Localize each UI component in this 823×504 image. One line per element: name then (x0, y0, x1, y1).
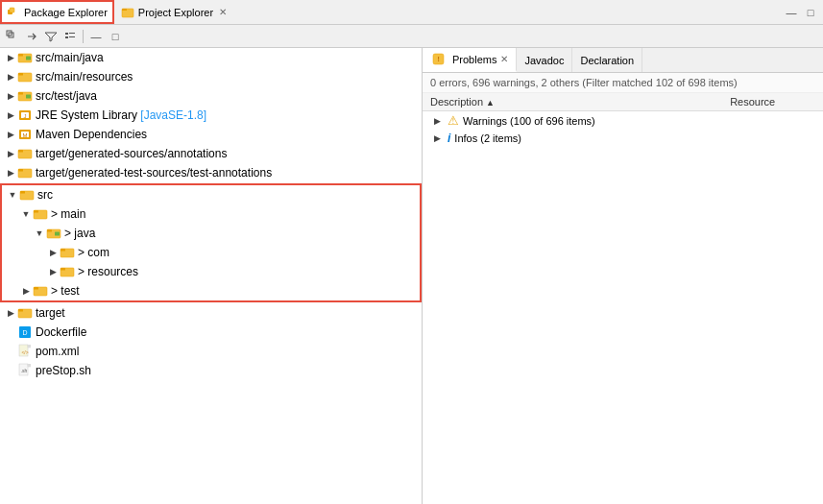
label-dockerfile: Dockerfile (36, 325, 86, 339)
tree-item-maven-dependencies[interactable]: ▶ M Maven Dependencies (0, 125, 422, 144)
tree-item-target[interactable]: ▶ target (0, 303, 422, 323)
tab-javadoc[interactable]: Javadoc (517, 48, 572, 72)
label-target: target (36, 306, 65, 320)
label-jre-system-library: JRE System Library [JavaSE-1.8] (36, 108, 206, 122)
svg-text:M: M (23, 132, 28, 138)
view-menu-btn[interactable] (61, 28, 79, 45)
tab-package-explorer-label: Package Explorer (24, 7, 108, 18)
info-icon: i (448, 132, 450, 145)
minimize-btn[interactable]: — (783, 4, 800, 21)
svg-rect-16 (18, 92, 23, 95)
svg-rect-29 (20, 191, 25, 194)
warnings-label: Warnings (100 of 696 items) (463, 115, 595, 127)
problems-icon: ! (430, 52, 446, 67)
tree-item-target-gen-test-src[interactable]: ▶ target/generated-test-sources/test-ann… (0, 163, 422, 182)
maximize2-btn[interactable]: □ (107, 28, 124, 45)
tree-item-src-main-resources2[interactable]: ▶ > resources (2, 262, 420, 281)
tree-item-src-main-resources[interactable]: ▶ src/main/resources (0, 67, 422, 86)
tree-item-dockerfile[interactable]: ▶ D Dockerfile (0, 323, 422, 342)
col-description[interactable]: Description ▲ (423, 93, 722, 111)
expand-jre-system-library[interactable]: ▶ (4, 108, 17, 122)
icon-src-test (33, 283, 48, 299)
toolbar: — □ (0, 25, 823, 48)
maximize-btn[interactable]: □ (802, 4, 819, 21)
icon-src-main-resources (17, 69, 33, 84)
tab-declaration[interactable]: Declaration (572, 48, 642, 72)
tree-item-src-test-java[interactable]: ▶ src/test/java (0, 86, 422, 106)
filter-btn[interactable] (42, 28, 60, 45)
expand-src-main[interactable]: ▼ (19, 207, 33, 221)
expand-src-main-resources2[interactable]: ▶ (46, 265, 60, 278)
tree-item-target-gen-src[interactable]: ▶ target/generated-sources/annotations (0, 144, 422, 163)
label-src-root: src (37, 188, 53, 202)
expand-target[interactable]: ▶ (4, 306, 17, 320)
infos-expand-arrow[interactable]: ▶ (430, 132, 444, 145)
tab-problems-close[interactable]: ✕ (500, 54, 508, 64)
tab-problems[interactable]: ! Problems ✕ (423, 48, 517, 72)
warnings-expand[interactable]: ▶ ⚠ Warnings (100 of 696 items) (430, 113, 714, 128)
package-explorer-panel: ▶ src/main/java ▶ src/main/resources ▶ s… (0, 48, 423, 504)
tab-project-explorer[interactable]: Project Explorer ✕ (114, 0, 235, 24)
tree-item-src-main-java2[interactable]: ▼ > java (2, 224, 420, 243)
icon-src-main-java (17, 50, 33, 65)
main-area: ▶ src/main/java ▶ src/main/resources ▶ s… (0, 48, 823, 504)
label-src-main: > main (51, 207, 85, 221)
icon-target-gen-test-src (17, 165, 33, 180)
expand-src-main-java[interactable]: ▶ (4, 51, 17, 64)
svg-rect-9 (69, 36, 75, 37)
label-src-test-java: src/test/java (36, 89, 97, 103)
svg-rect-11 (18, 54, 23, 57)
minimize2-btn[interactable]: — (87, 28, 105, 45)
expand-src-root[interactable]: ▼ (6, 188, 19, 202)
label-src-main-java2: > java (64, 227, 95, 240)
tree-item-src-root[interactable]: ▼ src (2, 185, 420, 204)
expand-src-main-resources[interactable]: ▶ (4, 70, 17, 84)
svg-text:</>: </> (21, 349, 28, 355)
tree-item-prestop-sh[interactable]: ▶ .sh preStop.sh (0, 361, 422, 380)
tree-item-pom-xml[interactable]: ▶ </> pom.xml (0, 342, 422, 361)
warnings-expand-arrow[interactable]: ▶ (430, 114, 444, 128)
tab-package-explorer[interactable]: Package Explorer (0, 0, 114, 24)
svg-rect-47 (28, 345, 31, 348)
label-src-main-java: src/main/java (36, 51, 104, 64)
infos-expand[interactable]: ▶ i Infos (2 items) (430, 132, 714, 145)
label-pom-xml: pom.xml (36, 345, 79, 358)
right-panel: ! Problems ✕ Javadoc Declaration 0 error… (423, 48, 823, 504)
label-src-main-resources2: > resources (78, 265, 138, 278)
infos-label: Infos (2 items) (454, 132, 521, 144)
svg-text:.sh: .sh (21, 368, 28, 373)
icon-prestop-sh: .sh (17, 363, 33, 378)
icon-maven-dependencies: M (17, 127, 33, 142)
table-row-infos[interactable]: ▶ i Infos (2 items) (423, 130, 823, 147)
svg-rect-31 (34, 210, 38, 213)
tree-item-src-main-java[interactable]: ▶ src/main/java (0, 48, 422, 67)
tab-problems-label: Problems (452, 54, 496, 65)
expand-src-test[interactable]: ▶ (19, 284, 33, 298)
svg-rect-7 (69, 33, 75, 34)
expand-target-gen-test-src[interactable]: ▶ (4, 166, 17, 180)
svg-rect-8 (65, 36, 68, 38)
expand-src-test-java[interactable]: ▶ (4, 89, 17, 103)
tree-item-jre-system-library[interactable]: ▶ J JRE System Library [JavaSE-1.8] (0, 106, 422, 125)
tab-javadoc-label: Javadoc (524, 55, 564, 66)
table-row-warnings[interactable]: ▶ ⚠ Warnings (100 of 696 items) (423, 111, 823, 131)
icon-jre-system-library: J (17, 108, 33, 123)
tree-item-src-test[interactable]: ▶ > test (2, 281, 420, 300)
expand-target-gen-src[interactable]: ▶ (4, 147, 17, 160)
tree-item-src-main[interactable]: ▼ > main (2, 204, 420, 224)
svg-rect-14 (18, 73, 23, 76)
col-resource[interactable]: Resource (722, 93, 823, 111)
link-with-editor-btn[interactable] (23, 28, 40, 45)
expand-src-com[interactable]: ▶ (46, 246, 60, 259)
expand-src-main-java2[interactable]: ▼ (33, 227, 46, 240)
expand-maven-dependencies[interactable]: ▶ (4, 128, 17, 141)
label-src-main-resources: src/main/resources (36, 70, 133, 84)
collapse-all-btn[interactable] (4, 28, 21, 45)
svg-rect-33 (47, 229, 52, 232)
svg-rect-17 (26, 95, 31, 99)
tree-item-src-com[interactable]: ▶ > com (2, 243, 420, 262)
tab-project-explorer-close[interactable]: ✕ (217, 7, 229, 17)
problems-content: 0 errors, 696 warnings, 2 others (Filter… (423, 73, 823, 504)
icon-src-main (33, 206, 48, 222)
tab-project-explorer-label: Project Explorer (138, 7, 213, 18)
